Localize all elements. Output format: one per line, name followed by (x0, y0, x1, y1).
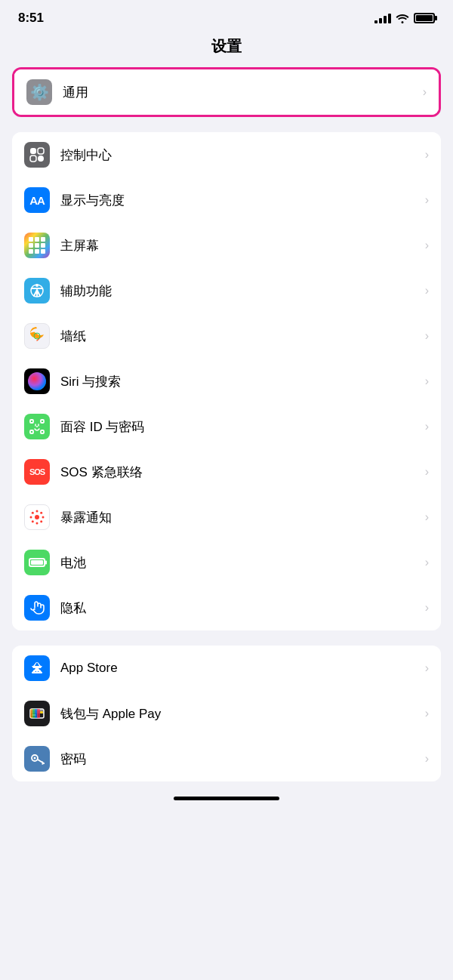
svg-rect-0 (30, 148, 36, 154)
passwords-icon (24, 746, 50, 772)
wallet-label: 钱包与 Apple Pay (60, 705, 419, 723)
app-store-icon (24, 655, 50, 681)
status-bar: 8:51 (0, 0, 453, 30)
svg-point-15 (36, 522, 39, 525)
svg-point-21 (32, 520, 34, 522)
sos-label: SOS 紧急联络 (60, 464, 419, 481)
wallpaper-label: 墙纸 (60, 328, 419, 345)
section-general-highlighted: ⚙️ 通用 › (12, 67, 441, 117)
passwords-label: 密码 (60, 750, 419, 768)
row-passwords[interactable]: 密码 › (12, 736, 441, 781)
page-title: 设置 (0, 30, 453, 67)
row-display-brightness[interactable]: AA 显示与亮度 › (12, 177, 441, 223)
row-sos[interactable]: SOS SOS 紧急联络 › (12, 449, 441, 495)
status-time: 8:51 (18, 11, 44, 26)
svg-rect-10 (30, 430, 33, 433)
accessibility-label: 辅助功能 (60, 282, 419, 300)
control-center-label: 控制中心 (60, 146, 419, 164)
row-privacy[interactable]: 隐私 › (12, 585, 441, 630)
battery-status-icon (414, 13, 435, 23)
svg-point-14 (36, 510, 39, 513)
privacy-label: 隐私 (60, 599, 419, 617)
exposure-label: 暴露通知 (60, 509, 419, 526)
faceid-icon (24, 414, 50, 439)
row-home-screen[interactable]: 主屏幕 › (12, 223, 441, 268)
svg-rect-1 (38, 148, 44, 154)
accessibility-icon (24, 278, 50, 304)
svg-point-35 (34, 757, 36, 760)
svg-rect-9 (41, 420, 44, 423)
general-label: 通用 (63, 84, 417, 101)
row-wallpaper[interactable]: 墙纸 › (12, 313, 441, 359)
signal-icon (374, 13, 391, 23)
row-wallet[interactable]: 钱包与 Apple Pay › (12, 691, 441, 736)
control-center-icon (24, 142, 50, 168)
wallpaper-icon (24, 323, 50, 349)
row-faceid[interactable]: 面容 ID 与密码 › (12, 404, 441, 449)
siri-icon (24, 368, 50, 394)
status-icons (374, 13, 435, 23)
section-main-settings: 控制中心 › AA 显示与亮度 › 主屏幕 › (12, 132, 441, 630)
battery-settings-icon (24, 550, 50, 575)
row-control-center[interactable]: 控制中心 › (12, 132, 441, 177)
svg-point-13 (35, 515, 39, 519)
general-chevron: › (423, 85, 427, 99)
siri-label: Siri 与搜索 (60, 373, 419, 390)
privacy-icon (24, 595, 50, 621)
svg-point-18 (32, 512, 34, 514)
svg-point-16 (30, 516, 32, 519)
row-accessibility[interactable]: 辅助功能 › (12, 268, 441, 313)
svg-point-20 (40, 512, 42, 514)
row-exposure[interactable]: 暴露通知 › (12, 495, 441, 540)
sos-icon: SOS (24, 459, 50, 485)
display-icon: AA (24, 187, 50, 213)
faceid-label: 面容 ID 与密码 (60, 418, 419, 436)
svg-rect-11 (41, 430, 44, 433)
row-siri[interactable]: Siri 与搜索 › (12, 359, 441, 404)
svg-point-19 (40, 520, 42, 522)
section-apps: App Store › 钱包与 Apple Pay › (12, 646, 441, 781)
svg-rect-31 (37, 709, 40, 718)
row-battery[interactable]: 电池 › (12, 540, 441, 585)
svg-point-17 (42, 516, 45, 519)
row-app-store[interactable]: App Store › (12, 646, 441, 691)
svg-rect-33 (40, 711, 43, 713)
display-label: 显示与亮度 (60, 192, 419, 209)
battery-label: 电池 (60, 554, 419, 572)
svg-point-3 (38, 156, 44, 162)
wifi-icon (396, 13, 409, 23)
home-screen-label: 主屏幕 (60, 237, 419, 254)
exposure-icon (24, 504, 50, 530)
wallet-icon (24, 701, 50, 726)
general-icon: ⚙️ (26, 79, 52, 105)
home-indicator (174, 797, 279, 800)
app-store-label: App Store (60, 661, 419, 676)
row-general[interactable]: ⚙️ 通用 › (14, 69, 439, 115)
home-screen-icon (24, 233, 50, 258)
svg-rect-8 (30, 420, 33, 423)
svg-point-12 (36, 426, 38, 427)
svg-rect-2 (30, 156, 36, 162)
